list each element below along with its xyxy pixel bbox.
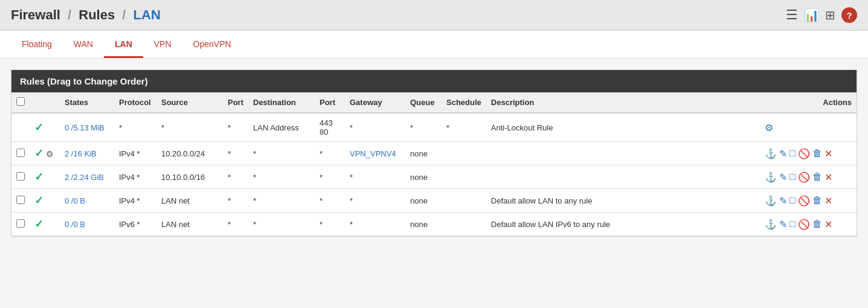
row4-edit-icon[interactable]: ✎	[779, 195, 787, 207]
chart-icon[interactable]: 📊	[804, 8, 819, 22]
breadcrumb: Firewall / Rules / LAN	[11, 7, 161, 23]
row2-copy-icon[interactable]: □	[789, 148, 796, 159]
row5-port-dst: *	[315, 213, 345, 236]
sliders-icon[interactable]: ☰	[786, 7, 798, 23]
row5-description: Default allow LAN IPv6 to any rule	[486, 213, 760, 236]
row3-states-link[interactable]: 2 /2.24 GiB	[65, 173, 104, 182]
row2-description	[486, 142, 760, 165]
row3-block-icon[interactable]: 🚫	[798, 172, 810, 183]
row2-edit-icon[interactable]: ✎	[779, 148, 787, 159]
col-header-port-src: Port	[223, 92, 248, 113]
row5-destination: *	[248, 213, 315, 236]
table-icon[interactable]: ⊞	[825, 8, 835, 22]
row5-edit-icon[interactable]: ✎	[779, 219, 787, 230]
row4-close-icon[interactable]: ✕	[825, 195, 832, 207]
row2-block-icon[interactable]: 🚫	[798, 148, 810, 159]
row5-source: LAN net	[156, 213, 223, 236]
row4-copy-icon[interactable]: □	[789, 195, 796, 206]
row4-source: LAN net	[156, 189, 223, 213]
row1-states: 0 /5.13 MiB	[60, 113, 114, 142]
row2-checkbox[interactable]	[16, 149, 25, 157]
row4-delete-icon[interactable]: 🗑	[812, 195, 822, 206]
help-icon[interactable]: ?	[841, 7, 857, 23]
row2-close-icon[interactable]: ✕	[825, 148, 832, 159]
row1-queue: *	[405, 113, 442, 142]
row5-block-icon[interactable]: 🚫	[798, 219, 810, 230]
col-header-enable	[30, 92, 60, 113]
row5-states-link[interactable]: 0 /0 B	[65, 220, 85, 229]
row1-states-link[interactable]: 0 /5.13 MiB	[65, 123, 104, 132]
col-header-port-dst: Port	[315, 92, 345, 113]
row2-schedule	[442, 142, 486, 165]
row3-source: 10.10.0.0/16	[156, 165, 223, 189]
row5-copy-icon[interactable]: □	[789, 219, 796, 229]
row3-edit-icon[interactable]: ✎	[779, 172, 787, 183]
row5-states: 0 /0 B	[60, 213, 114, 236]
row4-checkbox[interactable]	[16, 196, 25, 204]
main-content: Rules (Drag to Change Order) States Prot…	[0, 59, 868, 248]
col-header-states: States	[60, 92, 114, 113]
row4-enable: ✓	[30, 189, 60, 213]
col-header-destination: Destination	[248, 92, 315, 113]
col-header-gateway: Gateway	[345, 92, 405, 113]
breadcrumb-lan: LAN	[133, 7, 161, 22]
table-row: ✓ 0 /5.13 MiB * * * LAN Address 44380 * …	[11, 113, 857, 142]
row5-close-icon[interactable]: ✕	[825, 219, 832, 230]
select-all-checkbox[interactable]	[16, 97, 25, 106]
row3-destination: *	[248, 165, 315, 189]
row3-copy-icon[interactable]: □	[789, 172, 796, 182]
row4-destination: *	[248, 189, 315, 213]
tab-lan[interactable]: LAN	[104, 31, 143, 58]
row4-anchor-icon[interactable]: ⚓	[765, 195, 777, 207]
row4-description: Default allow LAN to any rule	[486, 189, 760, 213]
row2-port-dst: *	[315, 142, 345, 165]
row2-protocol: IPv4 *	[114, 142, 156, 165]
rules-table: States Protocol Source Port Destination …	[11, 92, 857, 236]
row4-check-icon: ✓	[34, 194, 43, 207]
tab-wan[interactable]: WAN	[63, 31, 104, 58]
row2-destination: *	[248, 142, 315, 165]
row3-checkbox[interactable]	[16, 172, 25, 181]
row5-checkbox[interactable]	[16, 219, 25, 228]
row5-delete-icon[interactable]: 🗑	[812, 219, 822, 229]
row3-close-icon[interactable]: ✕	[825, 172, 832, 183]
tab-floating[interactable]: Floating	[11, 31, 63, 58]
col-header-protocol: Protocol	[114, 92, 156, 113]
row3-protocol: IPv4 *	[114, 165, 156, 189]
row2-delete-icon[interactable]: 🗑	[812, 148, 822, 159]
row4-actions: ⚓ ✎ □ 🚫 🗑 ✕	[760, 189, 857, 213]
row3-description	[486, 165, 760, 189]
col-header-queue: Queue	[405, 92, 442, 113]
row2-gateway: VPN_VPNV4	[345, 142, 405, 165]
row5-actions: ⚓ ✎ □ 🚫 🗑 ✕	[760, 213, 857, 236]
row1-schedule: *	[442, 113, 486, 142]
col-header-checkbox	[11, 92, 30, 113]
row4-states-link[interactable]: 0 /0 B	[65, 196, 85, 205]
rules-tbody: ✓ 0 /5.13 MiB * * * LAN Address 44380 * …	[11, 113, 857, 236]
row3-anchor-icon[interactable]: ⚓	[765, 172, 777, 183]
row4-gateway: *	[345, 189, 405, 213]
row3-queue: none	[405, 165, 442, 189]
row5-anchor-icon[interactable]: ⚓	[765, 219, 777, 230]
row3-delete-icon[interactable]: 🗑	[812, 172, 822, 182]
row5-enable: ✓	[30, 213, 60, 236]
row1-port-src: *	[223, 113, 248, 142]
tab-openvpn[interactable]: OpenVPN	[182, 31, 242, 58]
row4-block-icon[interactable]: 🚫	[798, 195, 810, 207]
row1-gateway: *	[345, 113, 405, 142]
tab-vpn[interactable]: VPN	[143, 31, 182, 58]
row3-actions: ⚓ ✎ □ 🚫 🗑 ✕	[760, 165, 857, 189]
row2-gear-icon: ⚙	[46, 149, 54, 159]
row2-gateway-link[interactable]: VPN_VPNV4	[350, 149, 396, 158]
row1-check-icon: ✓	[34, 121, 43, 133]
row2-anchor-icon[interactable]: ⚓	[765, 148, 777, 159]
row3-port-src: *	[223, 165, 248, 189]
row1-checkbox-cell	[11, 113, 30, 142]
row1-protocol: *	[114, 113, 156, 142]
table-row: ✓ 0 /0 B IPv6 * LAN net * * * * none Def…	[11, 213, 857, 236]
row1-gear-icon[interactable]: ⚙	[765, 122, 773, 133]
row3-states: 2 /2.24 GiB	[60, 165, 114, 189]
row2-states-link[interactable]: 2 /16 KiB	[65, 149, 97, 158]
row1-description: Anti-Lockout Rule	[486, 113, 760, 142]
row3-enable: ✓	[30, 165, 60, 189]
